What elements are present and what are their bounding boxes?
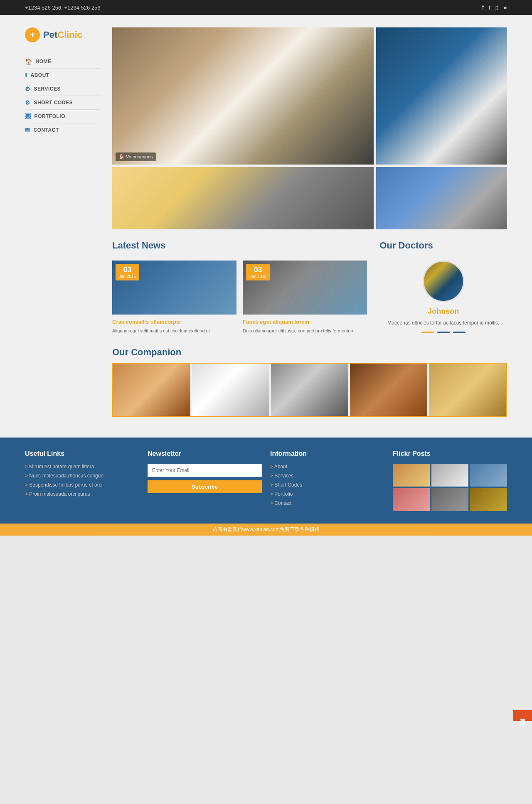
content-area: Latest News 03 Jan 2015 Cras convallis u…: [112, 27, 507, 425]
doctor-name: Johnson: [379, 307, 507, 316]
newsletter-title: Newsletter: [148, 450, 262, 457]
news-day-2: 03: [249, 266, 266, 274]
info-icon: ℹ: [25, 72, 27, 79]
useful-link-1[interactable]: Mirum est notare quam littera: [25, 464, 139, 470]
info-link-services[interactable]: Services: [270, 473, 384, 479]
info-link-portfolio[interactable]: Portfolio: [270, 491, 384, 497]
home-icon: 🏠: [25, 58, 32, 65]
sidebar-item-contact[interactable]: ✉ CONTACT: [25, 123, 100, 137]
logo-part2: Clinic: [57, 30, 82, 40]
nav-home-label: HOME: [36, 59, 52, 64]
flickr-thumb-6[interactable]: [470, 488, 507, 511]
footer-useful-links: Useful Links Mirum est notare quam litte…: [25, 450, 139, 511]
news-cards: 03 Jan 2015 Cras convallis ullamcorper A…: [112, 261, 367, 334]
news-doctors-section: Latest News 03 Jan 2015 Cras convallis u…: [112, 240, 507, 334]
logo-icon: +: [25, 27, 40, 42]
sidebar-item-home[interactable]: 🏠 HOME: [25, 55, 100, 69]
news-title-2[interactable]: Fusce eget aliquam lorem: [243, 319, 367, 325]
companion-photo-4: [350, 364, 427, 416]
nav-menu: 🏠 HOME ℹ ABOUT ⚙ SERVICES ⚙ SHORT CODES …: [25, 55, 100, 137]
news-image-2: 03 Jan 2015: [243, 261, 367, 315]
news-day-1: 03: [119, 266, 136, 274]
newsletter-subscribe-button[interactable]: Subscribe: [148, 480, 262, 493]
flickr-thumb-2[interactable]: [431, 464, 468, 487]
useful-link-2[interactable]: Nunc malesuada rhoncus congue: [25, 473, 139, 479]
info-link-contact[interactable]: Contact: [270, 500, 384, 506]
companion-photos: [112, 363, 507, 417]
nav-shortcodes-label: SHORT CODES: [34, 100, 73, 106]
watermark-bar: 访问由爱资料www.xanlao.com免费下载各种模板: [0, 524, 532, 536]
flickr-thumb-1[interactable]: [393, 464, 430, 487]
dot-1[interactable]: [421, 332, 434, 333]
social-icons: f t p ●: [482, 4, 507, 11]
nav-about-label: ABOUT: [31, 72, 49, 78]
doctor-description: Maecenas ultricies tortor ac lacus tempo…: [379, 319, 507, 327]
rss-icon[interactable]: ●: [504, 4, 507, 11]
useful-link-3[interactable]: Suspendisse finibus purus et orci: [25, 482, 139, 488]
logo-part1: Pet: [43, 30, 57, 40]
doctor-avatar: [423, 261, 464, 302]
dot-3[interactable]: [453, 332, 466, 333]
news-month-1: Jan 2015: [119, 274, 136, 279]
flickr-thumb-4[interactable]: [393, 488, 430, 511]
sidebar-item-about[interactable]: ℹ ABOUT: [25, 69, 100, 82]
logo-text: PetClinic: [43, 30, 82, 40]
useful-link-4[interactable]: Proin malesuada orci purus: [25, 491, 139, 497]
companion-title: Our Companion: [112, 347, 507, 358]
companion-photo-3: [271, 364, 348, 416]
footer-flickr: Flickr Posts: [393, 450, 507, 511]
nav-services-label: SERVICES: [34, 86, 61, 92]
footer-newsletter: Newsletter Subscribe: [148, 450, 262, 511]
footer: Useful Links Mirum est notare quam litte…: [0, 438, 532, 524]
news-title-1[interactable]: Cras convallis ullamcorper: [112, 319, 236, 325]
news-desc-2: Duis ullamcorper elit justo, non pretium…: [243, 327, 367, 334]
logo: + PetClinic: [25, 27, 100, 42]
news-image-1: 03 Jan 2015: [112, 261, 236, 315]
info-link-short-codes[interactable]: Short Codes: [270, 482, 384, 488]
companion-section: Our Companion: [112, 347, 507, 417]
useful-links-list: Mirum est notare quam littera Nunc males…: [25, 464, 139, 497]
code-icon: ⚙: [25, 99, 31, 106]
useful-links-title: Useful Links: [25, 450, 139, 457]
flickr-thumb-3[interactable]: [470, 464, 507, 487]
newsletter-email-input[interactable]: [148, 464, 262, 477]
our-doctors-section: Our Doctors Johnson Maecenas ultricies t…: [379, 240, 507, 334]
news-card-1: 03 Jan 2015 Cras convallis ullamcorper A…: [112, 261, 236, 334]
top-bar: +1234 526 256, +1234 526 256 f t p ●: [0, 0, 532, 15]
pinterest-icon[interactable]: p: [495, 4, 499, 11]
companion-photo-5: [429, 364, 506, 416]
info-link-about[interactable]: About: [270, 464, 384, 470]
flickr-grid: [393, 464, 507, 511]
footer-information: Information About Services Short Codes P…: [270, 450, 384, 511]
doctor-card: Johnson Maecenas ultricies tortor ac lac…: [379, 261, 507, 333]
dot-2[interactable]: [437, 332, 450, 333]
sidebar-item-portfolio[interactable]: 🖼 PORTFOLIO: [25, 110, 100, 123]
latest-news-title: Latest News: [112, 240, 367, 254]
phone2: +1234 526 256: [64, 5, 100, 11]
sidebar-item-services[interactable]: ⚙ SERVICES: [25, 82, 100, 96]
news-desc-1: Aliquam eget velit mattis est tincidunt …: [112, 327, 236, 334]
image-nurse: [376, 27, 507, 165]
facebook-icon[interactable]: f: [482, 4, 484, 11]
gear-icon: ⚙: [25, 86, 31, 92]
image-grid-top: [112, 27, 507, 232]
news-date-badge-1: 03 Jan 2015: [116, 264, 139, 280]
flickr-thumb-5[interactable]: [431, 488, 468, 511]
phone-numbers: +1234 526 256, +1234 526 256: [25, 5, 100, 11]
image-surgery: [376, 167, 507, 229]
hero-image-vets: [112, 27, 374, 165]
companion-photo-1: [113, 364, 190, 416]
doctor-carousel-dots: [379, 332, 507, 333]
nav-portfolio-label: PORTFOLIO: [34, 113, 66, 119]
contact-icon: ✉: [25, 127, 30, 133]
information-list: About Services Short Codes Portfolio Con…: [270, 464, 384, 506]
twitter-icon[interactable]: t: [489, 4, 490, 11]
news-date-badge-2: 03 Jan 2015: [246, 264, 270, 280]
flickr-title: Flickr Posts: [393, 450, 507, 457]
main-container: + PetClinic 🏠 HOME ℹ ABOUT ⚙ SERVICES ⚙ …: [0, 15, 532, 438]
companion-photo-2: [192, 364, 269, 416]
nav-contact-label: CONTACT: [34, 127, 59, 133]
news-card-2: 03 Jan 2015 Fusce eget aliquam lorem Dui…: [243, 261, 367, 334]
portfolio-icon: 🖼: [25, 113, 31, 120]
sidebar-item-short-codes[interactable]: ⚙ SHORT CODES: [25, 96, 100, 110]
